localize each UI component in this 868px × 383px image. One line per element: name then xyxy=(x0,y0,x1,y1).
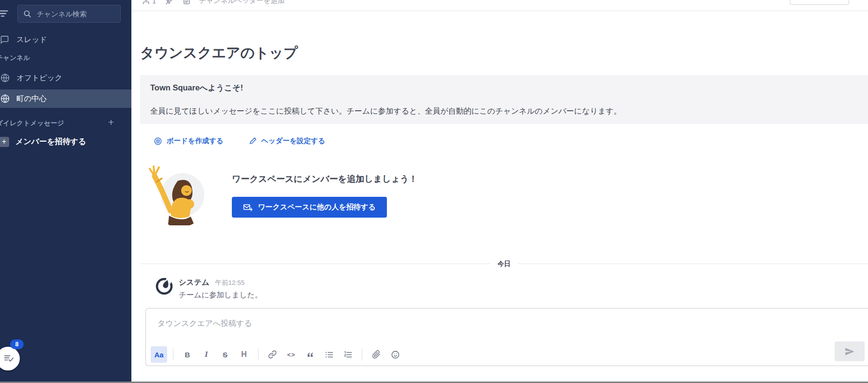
invite-members-button[interactable]: + メンバーを招待する xyxy=(0,137,86,147)
bulleted-list-icon xyxy=(325,350,334,359)
bold-button[interactable]: B xyxy=(179,346,196,363)
pencil-icon xyxy=(249,137,257,145)
sidebar: スレッド チャンネル オフトピック 町の中心 ダイレクトメッセージ + xyxy=(0,0,131,382)
main-channel-view: 1 チャンネルヘッダーを追加 タウンスクエアのトップ Town Squareへよ… xyxy=(131,0,868,382)
format-mode-button[interactable]: Aa xyxy=(151,346,167,363)
board-icon xyxy=(154,137,162,146)
channel-files-button[interactable] xyxy=(180,0,194,6)
pin-icon xyxy=(165,0,173,5)
message-text: チームに参加しました。 xyxy=(179,290,262,300)
pinned-posts-button[interactable] xyxy=(162,0,176,6)
plus-square-icon: + xyxy=(0,137,9,147)
create-board-link[interactable]: ボードを作成する xyxy=(154,136,224,146)
sidebar-item-threads[interactable]: スレッド xyxy=(0,31,131,48)
welcome-panel: Town Squareへようこそ! 全員に見てほしいメッセージをここに投稿して下… xyxy=(140,75,868,124)
welcome-title: Town Squareへようこそ! xyxy=(150,83,858,93)
date-divider: 今日 xyxy=(140,264,868,264)
link-icon xyxy=(268,350,277,359)
invite-to-workspace-button[interactable]: ワークスペースに他の人を招待する xyxy=(232,197,387,218)
channel-header: 1 チャンネルヘッダーを追加 xyxy=(131,0,868,11)
sidebar-item-offtopic[interactable]: オフトピック xyxy=(0,69,131,87)
globe-icon xyxy=(0,94,10,104)
heading-button[interactable]: H xyxy=(236,346,252,363)
add-direct-message-button[interactable]: + xyxy=(105,117,117,128)
waving-person-illustration xyxy=(144,162,208,225)
members-count-button[interactable]: 1 xyxy=(139,0,159,6)
set-header-link[interactable]: ヘッダーを設定する xyxy=(249,136,326,146)
attach-file-button[interactable] xyxy=(368,346,384,363)
add-channel-header-button[interactable]: チャンネルヘッダーを追加 xyxy=(197,0,285,5)
toolbar-divider xyxy=(362,349,362,361)
welcome-text: 全員に見てほしいメッセージをここに投稿して下さい。チームに参加すると、全員が自動… xyxy=(150,106,858,117)
send-message-button[interactable] xyxy=(835,341,865,361)
search-icon xyxy=(23,10,31,18)
link-button[interactable] xyxy=(264,346,281,363)
channel-filter-icon[interactable] xyxy=(0,6,11,21)
formatting-toolbar: Aa B I S H <> xyxy=(151,346,403,363)
sidebar-section-channels[interactable]: チャンネル xyxy=(0,54,30,62)
globe-icon xyxy=(0,73,10,83)
set-header-label: ヘッダーを設定する xyxy=(261,136,326,146)
attach-icon xyxy=(372,350,381,359)
create-board-label: ボードを作成する xyxy=(167,136,224,146)
sidebar-item-town-center[interactable]: 町の中心 xyxy=(0,89,131,108)
member-count: 1 xyxy=(152,0,156,5)
italic-button[interactable]: I xyxy=(198,346,214,363)
tasks-count-badge: 8 xyxy=(10,339,24,349)
page-title: タウンスクエアのトップ xyxy=(140,44,298,63)
toolbar-divider xyxy=(173,349,173,361)
onboarding-tasks-button[interactable] xyxy=(0,347,20,370)
code-button[interactable]: <> xyxy=(283,346,299,363)
numbered-list-icon xyxy=(343,350,353,359)
mattermost-logo-icon xyxy=(155,277,174,296)
header-cutoff-button[interactable] xyxy=(790,0,849,5)
invite-button-label: ワークスペースに他の人を招待する xyxy=(258,203,376,212)
members-icon xyxy=(142,0,150,5)
sidebar-section-direct-messages[interactable]: ダイレクトメッセージ xyxy=(0,119,64,128)
channel-search[interactable] xyxy=(17,5,121,23)
message-composer: Aa B I S H <> xyxy=(145,308,868,366)
invite-members-label: メンバーを招待する xyxy=(15,137,86,147)
toolbar-divider xyxy=(258,349,258,361)
invite-heading: ワークスペースにメンバーを追加しましょう！ xyxy=(232,173,417,185)
threads-icon xyxy=(0,35,9,44)
bulleted-list-button[interactable] xyxy=(321,346,337,363)
mattermost-app: スレッド チャンネル オフトピック 町の中心 ダイレクトメッセージ + xyxy=(0,0,868,383)
envelope-plus-icon xyxy=(243,203,253,212)
tasks-icon xyxy=(3,353,14,364)
numbered-list-button[interactable] xyxy=(340,346,356,363)
quote-button[interactable] xyxy=(302,346,318,363)
strikethrough-button[interactable]: S xyxy=(217,346,233,363)
message-input[interactable] xyxy=(157,314,854,333)
files-icon xyxy=(183,0,191,5)
send-icon xyxy=(844,346,855,357)
search-input[interactable] xyxy=(36,10,115,18)
emoji-icon xyxy=(391,350,400,359)
message-author[interactable]: システム xyxy=(179,278,209,288)
quote-icon xyxy=(306,351,314,359)
message-timestamp: 午前12:55 xyxy=(215,279,244,287)
date-divider-label: 今日 xyxy=(490,259,518,269)
emoji-button[interactable] xyxy=(387,346,403,363)
